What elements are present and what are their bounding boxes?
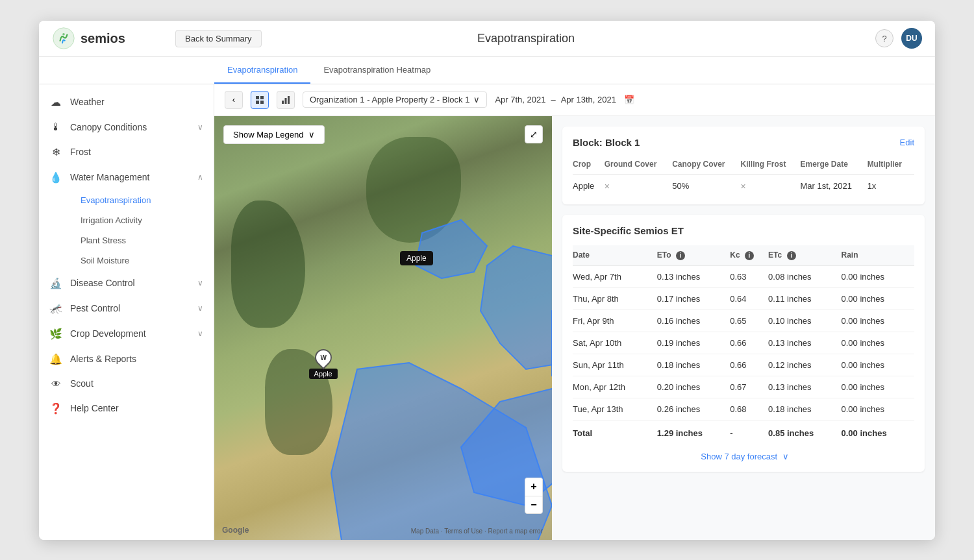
cell-multiplier: 1x [868, 174, 914, 194]
sidebar-item-irrigation-activity[interactable]: Irrigation Activity [70, 210, 214, 230]
main-content: ‹ Organiza [214, 84, 935, 540]
app-window: semios Back to Summary Evapotranspiratio… [39, 21, 935, 540]
sidebar-item-canopy-conditions[interactable]: 🌡 Canopy Conditions ∨ [39, 115, 214, 140]
disease-icon: 🔬 [49, 277, 62, 289]
et-card: Site-Specific Semios ET Date ETo i [562, 215, 925, 472]
sidebar-item-frost[interactable]: ❄ Frost [39, 140, 214, 165]
et-total-rain: 0.00 inches [842, 420, 914, 444]
chevron-down-icon: ∨ [197, 278, 203, 287]
semios-logo-icon [52, 27, 75, 50]
et-col-date: Date [573, 245, 657, 266]
et-cell-kc: 0.63 [730, 265, 768, 287]
sidebar-item-scout[interactable]: 👁 Scout [39, 372, 214, 396]
sidebar-item-crop-development[interactable]: 🌿 Crop Development ∨ [39, 321, 214, 347]
chevron-down-icon: ∨ [782, 452, 789, 461]
et-cell-date: Fri, Apr 9th [573, 310, 657, 332]
zoom-in-button[interactable]: + [525, 478, 543, 496]
eto-info-icon[interactable]: i [676, 251, 685, 260]
sidebar-item-help-center[interactable]: ❓ Help Center [39, 396, 214, 421]
svg-rect-2 [256, 96, 259, 99]
et-cell-eto: 0.26 inches [657, 398, 730, 420]
view-map-button[interactable] [251, 91, 269, 109]
help-icon: ❓ [49, 402, 62, 415]
map-legend-button[interactable]: Show Map Legend ∨ [223, 125, 325, 144]
crop-icon: 🌿 [49, 328, 62, 340]
calendar-icon[interactable]: 📅 [624, 95, 634, 104]
chart-view-icon [281, 95, 290, 104]
et-table: Date ETo i Kc i [573, 245, 914, 444]
weather-icon: ☁ [49, 96, 62, 108]
svg-point-0 [53, 28, 74, 49]
et-cell-etc: 0.08 inches [768, 265, 841, 287]
map-view-icon [255, 95, 264, 104]
frost-icon: ❄ [49, 146, 62, 158]
et-cell-eto: 0.16 inches [657, 310, 730, 332]
show-forecast-button[interactable]: Show 7 day forecast ∨ [573, 444, 914, 461]
cell-killing-frost: × [741, 174, 801, 194]
tab-evapotranspiration[interactable]: Evapotranspiration [214, 56, 310, 84]
sidebar-item-alerts-reports[interactable]: 🔔 Alerts & Reports [39, 347, 214, 372]
et-cell-date: Thu, Apr 8th [573, 287, 657, 310]
block-card-header: Block: Block 1 Edit [573, 137, 914, 148]
sidebar-item-pest-control[interactable]: 🦟 Pest Control ∨ [39, 296, 214, 321]
svg-rect-4 [256, 101, 259, 104]
sidebar-item-evapotranspiration[interactable]: Evapotranspiration [70, 190, 214, 210]
canopy-icon: 🌡 [49, 121, 62, 133]
view-chart-button[interactable] [277, 91, 295, 109]
et-col-etc: ETc i [768, 245, 841, 266]
et-cell-etc: 0.12 inches [768, 354, 841, 376]
svg-rect-5 [260, 101, 264, 104]
kc-info-icon[interactable]: i [745, 251, 754, 260]
et-cell-rain: 0.00 inches [842, 354, 914, 376]
et-cell-date: Wed, Apr 7th [573, 265, 657, 287]
svg-rect-8 [288, 96, 290, 104]
date-range: Apr 7th, 2021 – Apr 13th, 2021 📅 [495, 95, 634, 104]
user-avatar[interactable]: DU [901, 28, 922, 49]
chevron-down-icon: ∨ [197, 123, 203, 132]
page-title: Evapotranspiration [477, 32, 575, 45]
et-cell-rain: 0.00 inches [842, 287, 914, 310]
svg-rect-6 [282, 101, 284, 104]
chevron-down-icon: ∨ [308, 130, 315, 140]
block-title: Block: Block 1 [573, 137, 640, 148]
col-crop: Crop [573, 157, 605, 175]
back-to-summary-button[interactable]: Back to Summary [175, 30, 262, 47]
nav-prev-button[interactable]: ‹ [225, 91, 243, 109]
help-icon-button[interactable]: ? [875, 29, 893, 47]
field-shapes-svg [214, 116, 552, 540]
et-cell-date: Sun, Apr 11th [573, 354, 657, 376]
location-select[interactable]: Organization 1 - Apple Property 2 - Bloc… [303, 91, 487, 108]
water-icon: 💧 [49, 171, 62, 184]
logo-area: semios [52, 27, 182, 50]
sidebar-item-soil-moisture[interactable]: Soil Moisture [70, 250, 214, 271]
app-name: semios [81, 31, 125, 46]
scout-icon: 👁 [49, 378, 62, 389]
chevron-down-icon: ∨ [197, 329, 203, 338]
et-total-eto: 1.29 inches [657, 420, 730, 444]
sidebar-item-plant-stress[interactable]: Plant Stress [70, 230, 214, 250]
sidebar: ☁ Weather 🌡 Canopy Conditions ∨ ❄ Frost … [39, 84, 214, 540]
map-apple-label: Apple [400, 251, 433, 265]
edit-button[interactable]: Edit [900, 138, 914, 147]
sidebar-item-weather[interactable]: ☁ Weather [39, 90, 214, 115]
et-table-row: Sat, Apr 10th 0.19 inches 0.66 0.13 inch… [573, 332, 914, 354]
svg-point-1 [62, 33, 65, 36]
right-panel: Block: Block 1 Edit Crop Ground Cover Ca… [552, 116, 935, 540]
col-killing-frost: Killing Frost [741, 157, 801, 175]
tab-evapotranspiration-heatmap[interactable]: Evapotranspiration Heatmap [310, 56, 443, 84]
et-cell-eto: 0.20 inches [657, 376, 730, 398]
sidebar-item-disease-control[interactable]: 🔬 Disease Control ∨ [39, 271, 214, 296]
et-cell-kc: 0.66 [730, 354, 768, 376]
chevron-up-icon: ∧ [197, 173, 203, 182]
chevron-down-icon: ∨ [197, 304, 203, 313]
table-row: Apple × 50% × Mar 1st, 2021 1x [573, 174, 914, 194]
map-area[interactable]: Show Map Legend ∨ Apple W Apple [214, 116, 552, 540]
map-terms: Map Data · Terms of Use · Report a map e… [411, 528, 543, 535]
sidebar-item-water-management[interactable]: 💧 Water Management ∧ [39, 165, 214, 190]
zoom-out-button[interactable]: − [525, 496, 543, 514]
pest-icon: 🦟 [49, 302, 62, 315]
col-multiplier: Multiplier [868, 157, 914, 175]
etc-info-icon[interactable]: i [787, 251, 796, 260]
svg-rect-3 [260, 96, 264, 99]
map-expand-button[interactable]: ⤢ [525, 125, 543, 143]
